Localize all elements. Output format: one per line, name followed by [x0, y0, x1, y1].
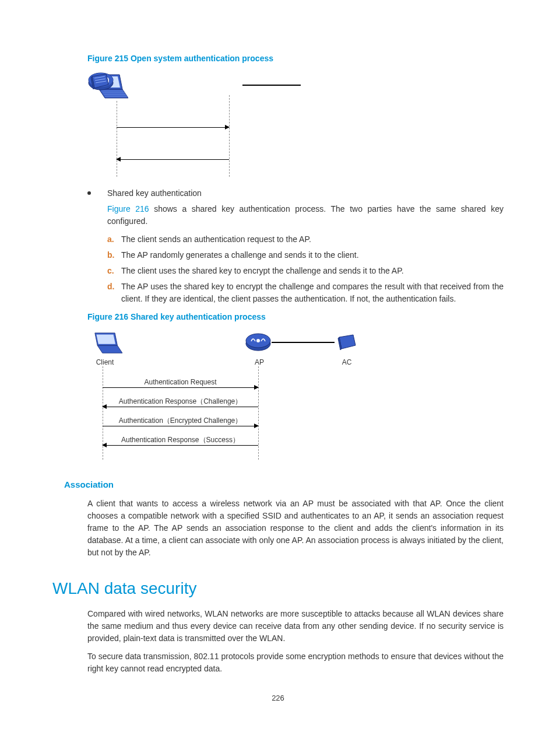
- step-a: a. The client sends an authentication re…: [107, 233, 504, 246]
- svg-marker-23: [339, 335, 356, 349]
- bullet-dot-icon: [87, 191, 91, 195]
- ap-lifeline: [229, 95, 230, 177]
- figure-215-title: Figure 215 Open system authentication pr…: [87, 52, 504, 65]
- client-lifeline: [117, 101, 117, 177]
- step-d-text: The AP uses the shared key to encrypt th…: [121, 281, 504, 305]
- step-c-text: The client uses the shared key to encryp…: [121, 265, 504, 277]
- association-para: A client that wants to access a wireless…: [87, 498, 504, 559]
- association-heading: Association: [64, 478, 504, 492]
- msg-3: Authentication（Encrypted Challenge）: [103, 426, 258, 426]
- ap-ac-link-2: [272, 342, 335, 343]
- ap-icon-2: [245, 332, 272, 357]
- step-marker-a: a.: [107, 233, 121, 246]
- svg-marker-19: [97, 345, 122, 353]
- step-marker-c: c.: [107, 265, 121, 277]
- msg-4: Authentication Response（Success）: [103, 445, 258, 446]
- wlan-security-heading: WLAN data security: [52, 576, 504, 601]
- step-marker-d: d.: [107, 281, 121, 293]
- shared-key-intro: Figure 216 shows a shared key authentica…: [107, 203, 504, 228]
- figure-216-link[interactable]: Figure 216: [107, 204, 149, 214]
- client-laptop-icon-2: [87, 330, 122, 359]
- page-number: 226: [52, 692, 504, 704]
- step-c: c. The client uses the shared key to enc…: [107, 265, 504, 277]
- step-b: b. The AP randomly generates a challenge…: [107, 249, 504, 261]
- shared-key-intro-rest: shows a shared key authentication proces…: [107, 204, 504, 226]
- step-a-text: The client sends an authentication reque…: [121, 233, 504, 246]
- ac-label: AC: [338, 357, 356, 368]
- wlan-security-para2: To secure data transmission, 802.11 prot…: [87, 650, 504, 675]
- msg-arrow-2: [117, 159, 229, 160]
- msg-2-label: Authentication Response（Challenge）: [103, 396, 258, 407]
- ap-label: AP: [251, 357, 268, 368]
- msg-arrow-1: [117, 127, 229, 128]
- client-label: Client: [93, 357, 117, 368]
- msg-4-label: Authentication Response（Success）: [103, 435, 258, 445]
- ap-lifeline-2: [258, 366, 259, 460]
- figure-216-title: Figure 216 Shared key authentication pro…: [87, 311, 504, 323]
- svg-point-22: [256, 339, 260, 342]
- ac-icon: [87, 72, 111, 96]
- svg-marker-18: [96, 334, 115, 344]
- msg-1: Authentication Request: [103, 387, 258, 388]
- msg-2: Authentication Response（Challenge）: [103, 407, 258, 407]
- ap-ac-link: [242, 85, 301, 86]
- ac-icon-2: [335, 332, 358, 357]
- step-d: d. The AP uses the shared key to encrypt…: [107, 281, 504, 305]
- msg-3-label: Authentication（Encrypted Challenge）: [103, 415, 258, 426]
- wlan-security-para1: Compared with wired networks, WLAN netwo…: [87, 608, 504, 645]
- bullet-shared-key-text: Shared key authentication: [107, 187, 504, 200]
- msg-1-label: Authentication Request: [103, 377, 258, 387]
- step-b-text: The AP randomly generates a challenge an…: [121, 249, 504, 261]
- step-marker-b: b.: [107, 249, 121, 261]
- bullet-shared-key: Shared key authentication: [87, 187, 504, 200]
- figure-216-diagram: Client AP AC Authentication Request Auth…: [87, 330, 390, 464]
- figure-215-diagram: ((📶)): [87, 72, 367, 177]
